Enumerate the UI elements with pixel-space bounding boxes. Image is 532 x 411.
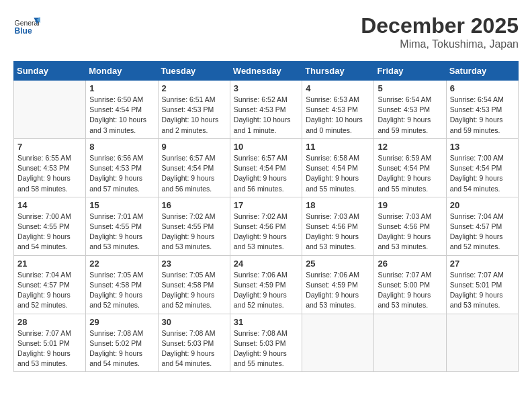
- calendar-header-row: SundayMondayTuesdayWednesdayThursdayFrid…: [14, 62, 519, 81]
- day-number: 11: [306, 142, 370, 152]
- calendar-cell: 27Sunrise: 7:07 AMSunset: 5:01 PMDayligh…: [446, 255, 518, 314]
- logo: General Blue: [13, 13, 44, 40]
- day-number: 27: [450, 259, 515, 269]
- day-number: 31: [234, 317, 298, 327]
- day-number: 7: [17, 142, 82, 152]
- day-info: Sunrise: 7:08 AMSunset: 5:02 PMDaylight:…: [89, 328, 154, 369]
- calendar-cell: 23Sunrise: 7:05 AMSunset: 4:58 PMDayligh…: [158, 255, 230, 314]
- calendar-cell: 28Sunrise: 7:07 AMSunset: 5:01 PMDayligh…: [14, 314, 86, 372]
- day-number: 3: [234, 83, 298, 93]
- day-number: 30: [162, 317, 226, 327]
- day-info: Sunrise: 7:05 AMSunset: 4:58 PMDaylight:…: [89, 270, 154, 311]
- calendar-cell: 19Sunrise: 7:03 AMSunset: 4:56 PMDayligh…: [374, 197, 446, 255]
- day-info: Sunrise: 6:57 AMSunset: 4:54 PMDaylight:…: [234, 153, 298, 194]
- calendar-cell: [374, 314, 446, 372]
- day-info: Sunrise: 7:03 AMSunset: 4:56 PMDaylight:…: [306, 212, 370, 253]
- day-info: Sunrise: 7:03 AMSunset: 4:56 PMDaylight:…: [378, 212, 442, 253]
- day-info: Sunrise: 6:58 AMSunset: 4:54 PMDaylight:…: [306, 153, 370, 194]
- day-number: 10: [234, 142, 298, 152]
- calendar-cell: 26Sunrise: 7:07 AMSunset: 5:00 PMDayligh…: [374, 255, 446, 314]
- day-number: 17: [234, 200, 298, 210]
- day-info: Sunrise: 7:00 AMSunset: 4:55 PMDaylight:…: [17, 212, 82, 253]
- day-info: Sunrise: 6:54 AMSunset: 4:53 PMDaylight:…: [378, 95, 442, 136]
- day-number: 24: [234, 259, 298, 269]
- calendar-cell: 14Sunrise: 7:00 AMSunset: 4:55 PMDayligh…: [14, 197, 86, 255]
- day-number: 2: [162, 83, 226, 93]
- day-info: Sunrise: 6:50 AMSunset: 4:54 PMDaylight:…: [89, 95, 154, 136]
- day-info: Sunrise: 7:04 AMSunset: 4:57 PMDaylight:…: [17, 270, 82, 311]
- day-number: 23: [162, 259, 226, 269]
- calendar-cell: 22Sunrise: 7:05 AMSunset: 4:58 PMDayligh…: [86, 255, 158, 314]
- day-number: 5: [378, 83, 442, 93]
- calendar-cell: 1Sunrise: 6:50 AMSunset: 4:54 PMDaylight…: [86, 81, 158, 139]
- day-number: 6: [450, 83, 515, 93]
- day-number: 16: [162, 200, 226, 210]
- day-number: 14: [17, 200, 82, 210]
- day-info: Sunrise: 7:08 AMSunset: 5:03 PMDaylight:…: [162, 328, 226, 369]
- calendar-cell: 10Sunrise: 6:57 AMSunset: 4:54 PMDayligh…: [230, 138, 302, 197]
- calendar-cell: 25Sunrise: 7:06 AMSunset: 4:59 PMDayligh…: [302, 255, 374, 314]
- day-info: Sunrise: 6:53 AMSunset: 4:53 PMDaylight:…: [306, 95, 370, 136]
- calendar-cell: 3Sunrise: 6:52 AMSunset: 4:53 PMDaylight…: [230, 81, 302, 139]
- calendar-week-row: 7Sunrise: 6:55 AMSunset: 4:53 PMDaylight…: [14, 138, 519, 197]
- day-info: Sunrise: 6:55 AMSunset: 4:53 PMDaylight:…: [17, 153, 82, 194]
- calendar-cell: 2Sunrise: 6:51 AMSunset: 4:53 PMDaylight…: [158, 81, 230, 139]
- day-info: Sunrise: 7:02 AMSunset: 4:55 PMDaylight:…: [162, 212, 226, 253]
- calendar-cell: 8Sunrise: 6:56 AMSunset: 4:53 PMDaylight…: [86, 138, 158, 197]
- day-number: 13: [450, 142, 515, 152]
- day-number: 20: [450, 200, 515, 210]
- day-number: 22: [89, 259, 154, 269]
- day-number: 12: [378, 142, 442, 152]
- day-number: 29: [89, 317, 154, 327]
- calendar-cell: 6Sunrise: 6:54 AMSunset: 4:53 PMDaylight…: [446, 81, 518, 139]
- calendar-cell: 17Sunrise: 7:02 AMSunset: 4:56 PMDayligh…: [230, 197, 302, 255]
- calendar-cell: 31Sunrise: 7:08 AMSunset: 5:03 PMDayligh…: [230, 314, 302, 372]
- logo-icon: General Blue: [13, 13, 40, 40]
- calendar-cell: [446, 314, 518, 372]
- day-info: Sunrise: 7:02 AMSunset: 4:56 PMDaylight:…: [234, 212, 298, 253]
- day-number: 28: [17, 317, 82, 327]
- day-number: 4: [306, 83, 370, 93]
- calendar-cell: [14, 81, 86, 139]
- svg-text:Blue: Blue: [15, 26, 32, 36]
- day-number: 15: [89, 200, 154, 210]
- day-number: 1: [89, 83, 154, 93]
- calendar-week-row: 1Sunrise: 6:50 AMSunset: 4:54 PMDaylight…: [14, 81, 519, 139]
- calendar-cell: 21Sunrise: 7:04 AMSunset: 4:57 PMDayligh…: [14, 255, 86, 314]
- page-header: General Blue December 2025 Mima, Tokushi…: [13, 13, 519, 50]
- calendar-cell: 15Sunrise: 7:01 AMSunset: 4:55 PMDayligh…: [86, 197, 158, 255]
- calendar-cell: 7Sunrise: 6:55 AMSunset: 4:53 PMDaylight…: [14, 138, 86, 197]
- calendar-cell: 24Sunrise: 7:06 AMSunset: 4:59 PMDayligh…: [230, 255, 302, 314]
- day-info: Sunrise: 7:06 AMSunset: 4:59 PMDaylight:…: [234, 270, 298, 311]
- day-info: Sunrise: 7:05 AMSunset: 4:58 PMDaylight:…: [162, 270, 226, 311]
- day-number: 19: [378, 200, 442, 210]
- calendar-cell: 29Sunrise: 7:08 AMSunset: 5:02 PMDayligh…: [86, 314, 158, 372]
- col-header-saturday: Saturday: [446, 62, 518, 81]
- col-header-thursday: Thursday: [302, 62, 374, 81]
- day-info: Sunrise: 7:01 AMSunset: 4:55 PMDaylight:…: [89, 212, 154, 253]
- day-info: Sunrise: 7:06 AMSunset: 4:59 PMDaylight:…: [306, 270, 370, 311]
- col-header-friday: Friday: [374, 62, 446, 81]
- day-info: Sunrise: 7:04 AMSunset: 4:57 PMDaylight:…: [450, 212, 515, 253]
- calendar-cell: [302, 314, 374, 372]
- day-number: 18: [306, 200, 370, 210]
- calendar-week-row: 14Sunrise: 7:00 AMSunset: 4:55 PMDayligh…: [14, 197, 519, 255]
- day-info: Sunrise: 7:07 AMSunset: 5:00 PMDaylight:…: [378, 270, 442, 311]
- day-number: 8: [89, 142, 154, 152]
- calendar-cell: 30Sunrise: 7:08 AMSunset: 5:03 PMDayligh…: [158, 314, 230, 372]
- calendar-cell: 9Sunrise: 6:57 AMSunset: 4:54 PMDaylight…: [158, 138, 230, 197]
- calendar-cell: 4Sunrise: 6:53 AMSunset: 4:53 PMDaylight…: [302, 81, 374, 139]
- calendar-cell: 11Sunrise: 6:58 AMSunset: 4:54 PMDayligh…: [302, 138, 374, 197]
- day-info: Sunrise: 6:59 AMSunset: 4:54 PMDaylight:…: [378, 153, 442, 194]
- day-info: Sunrise: 7:08 AMSunset: 5:03 PMDaylight:…: [234, 328, 298, 369]
- calendar-cell: 18Sunrise: 7:03 AMSunset: 4:56 PMDayligh…: [302, 197, 374, 255]
- day-info: Sunrise: 7:07 AMSunset: 5:01 PMDaylight:…: [17, 328, 82, 369]
- col-header-monday: Monday: [86, 62, 158, 81]
- day-number: 25: [306, 259, 370, 269]
- day-number: 9: [162, 142, 226, 152]
- calendar-cell: 20Sunrise: 7:04 AMSunset: 4:57 PMDayligh…: [446, 197, 518, 255]
- month-title: December 2025: [361, 13, 519, 38]
- day-info: Sunrise: 6:54 AMSunset: 4:53 PMDaylight:…: [450, 95, 515, 136]
- calendar-table: SundayMondayTuesdayWednesdayThursdayFrid…: [13, 61, 519, 372]
- day-info: Sunrise: 6:51 AMSunset: 4:53 PMDaylight:…: [162, 95, 226, 136]
